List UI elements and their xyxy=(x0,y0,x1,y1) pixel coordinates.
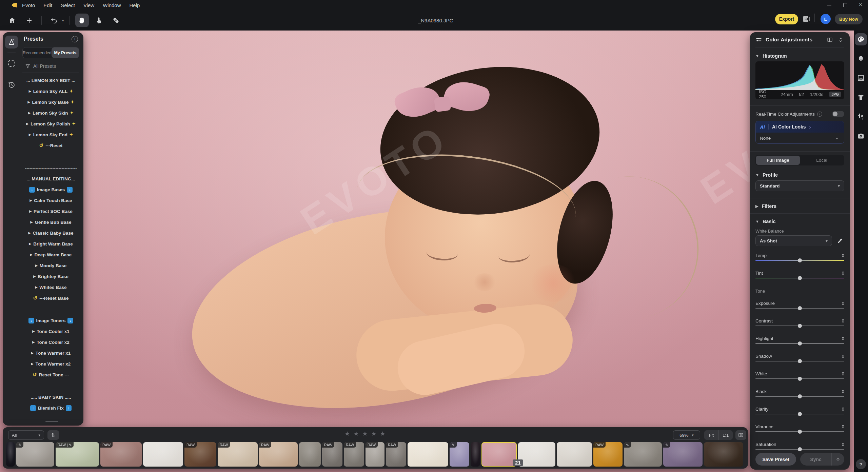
thumbnail[interactable]: 21 xyxy=(518,442,555,467)
add-photos-tool-icon[interactable] xyxy=(22,14,36,27)
adjustments-tab-icon[interactable] xyxy=(5,57,18,70)
export-to-icon[interactable] xyxy=(802,14,812,24)
thumbnail[interactable] xyxy=(6,442,15,467)
photo-canvas[interactable]: EVOTO EVOTO xyxy=(0,31,854,472)
preset-item[interactable]: ▶Tone Warmer x1 xyxy=(22,348,80,358)
preset-item[interactable]: ▶Calm Touch Base xyxy=(22,195,80,206)
star-rating[interactable]: ★★★★★ xyxy=(344,430,386,437)
star-icon[interactable]: ★ xyxy=(380,430,386,437)
filters-section-header[interactable]: ▶ Filters xyxy=(755,202,844,211)
thumbnail[interactable]: RAW xyxy=(386,442,406,467)
preset-item[interactable]: ▶Lemon Sky ALL✦ xyxy=(22,86,80,97)
thumbnail[interactable]: RAW xyxy=(366,442,384,467)
preset-item[interactable]: ▶Deep Warm Base xyxy=(22,249,80,260)
slider-thumb[interactable] xyxy=(798,341,802,346)
star-icon[interactable]: ★ xyxy=(353,430,359,437)
preset-item[interactable]: ▶Classic Baby Base xyxy=(22,228,80,238)
filter-select[interactable]: All ▾ xyxy=(8,430,44,440)
collapse-expand-icon[interactable] xyxy=(837,36,844,43)
thumbnail[interactable]: RAW | ✎ xyxy=(56,442,99,467)
slider-track[interactable] xyxy=(755,276,844,280)
portrait-icon[interactable] xyxy=(855,53,867,65)
thumbnail[interactable]: ✎ xyxy=(450,442,469,467)
slider-thumb[interactable] xyxy=(798,306,802,310)
thumbnail[interactable] xyxy=(143,442,183,467)
camera-icon[interactable] xyxy=(855,130,867,142)
thumbnail[interactable] xyxy=(704,442,743,467)
thumbnail[interactable] xyxy=(557,442,592,467)
all-presets-filter[interactable]: All Presets xyxy=(22,61,80,71)
buy-now-button[interactable]: Buy Now xyxy=(835,14,863,24)
slider-track[interactable] xyxy=(755,394,844,399)
slider-thumb[interactable] xyxy=(798,412,802,416)
star-icon[interactable]: ★ xyxy=(344,430,350,437)
slider-track[interactable] xyxy=(755,323,844,328)
slider-track[interactable] xyxy=(755,376,844,381)
preset-item[interactable]: ▶Lemon Sky Skin✦ xyxy=(22,107,80,118)
slider-track[interactable] xyxy=(755,306,844,311)
thumbnail-selected[interactable] xyxy=(481,442,517,467)
preset-item[interactable]: ▶Whites Base xyxy=(22,282,80,293)
basic-section-header[interactable]: ▼ Basic xyxy=(755,217,844,226)
maximize-icon[interactable] xyxy=(842,2,848,7)
preset-item[interactable]: ↺---Reset xyxy=(22,140,80,151)
close-icon[interactable]: × xyxy=(858,2,863,7)
preset-item[interactable]: ▶Brightey Base xyxy=(22,271,80,282)
thumbnail[interactable] xyxy=(299,442,321,467)
fit-button[interactable]: Fit xyxy=(704,430,718,440)
clothing-icon[interactable] xyxy=(855,91,867,103)
slider-track[interactable] xyxy=(755,359,844,363)
preset-item[interactable]: ▶Bright Warm Base xyxy=(22,238,80,249)
slider-thumb[interactable] xyxy=(798,394,802,398)
undo-tool-icon[interactable] xyxy=(47,14,61,27)
preset-item[interactable]: ▶Lemon Sky Base✦ xyxy=(22,97,80,107)
crop-icon[interactable] xyxy=(855,111,867,123)
panel-layout-icon[interactable] xyxy=(826,36,833,43)
info-icon[interactable]: i xyxy=(817,112,822,117)
slider-thumb[interactable] xyxy=(798,377,802,381)
background-icon[interactable] xyxy=(855,72,867,84)
thumbnail[interactable]: ✎ xyxy=(663,442,703,467)
preset-item[interactable]: ▶Tone Cooler x1 xyxy=(22,326,80,337)
slider-thumb[interactable] xyxy=(798,324,802,328)
panel-resize-handle[interactable] xyxy=(45,421,58,422)
compare-view-icon[interactable] xyxy=(735,430,746,440)
help-button[interactable]: ? xyxy=(856,459,866,469)
export-button[interactable]: Export xyxy=(775,14,798,24)
slider-thumb[interactable] xyxy=(798,359,802,363)
user-avatar[interactable]: L xyxy=(821,14,831,24)
slider-thumb[interactable] xyxy=(798,258,802,262)
slider-thumb[interactable] xyxy=(798,447,802,451)
ai-look-select[interactable]: None ▾ xyxy=(756,133,844,144)
thumbnail[interactable]: ✎ xyxy=(16,442,54,467)
slider-track[interactable] xyxy=(755,258,844,263)
menu-help[interactable]: Help xyxy=(130,2,140,8)
tab-local[interactable]: Local xyxy=(800,156,844,165)
save-preset-button[interactable]: Save Preset xyxy=(755,453,796,466)
thumbnail[interactable]: RAW xyxy=(322,442,342,467)
menu-view[interactable]: View xyxy=(83,2,94,8)
slider-track[interactable] xyxy=(755,412,844,416)
star-icon[interactable]: ★ xyxy=(362,430,368,437)
preset-item[interactable]: ▶Perfect SOC Base xyxy=(22,206,80,217)
slider-thumb[interactable] xyxy=(798,430,802,434)
white-balance-select[interactable]: As Shot ▾ xyxy=(755,235,832,246)
slider-track[interactable] xyxy=(755,429,844,434)
tab-my-presets[interactable]: My Presets xyxy=(52,47,79,58)
sort-button[interactable]: ⇅ xyxy=(47,430,59,440)
thumbnail[interactable]: RAW xyxy=(344,442,364,467)
preset-item[interactable]: ↺Reset Tone --- xyxy=(22,369,80,380)
menu-edit[interactable]: Edit xyxy=(43,2,52,8)
history-tab-icon[interactable] xyxy=(5,78,18,91)
menu-select[interactable]: Select xyxy=(61,2,75,8)
preset-item[interactable]: ▶Tone Warmer x2 xyxy=(22,358,80,369)
menu-evoto[interactable]: Evoto xyxy=(22,2,35,8)
histogram-section-header[interactable]: ▼ Histogram xyxy=(755,52,844,60)
star-icon[interactable]: ★ xyxy=(371,430,376,437)
preset-item[interactable]: ▶Lemon Sky Polish✦ xyxy=(22,118,80,129)
profile-select[interactable]: Standard ▾ xyxy=(755,180,844,191)
home-tool-icon[interactable] xyxy=(5,14,19,27)
eyedropper-icon[interactable] xyxy=(835,236,844,245)
preset-item[interactable]: ↓Image Toners↓ xyxy=(22,315,80,326)
slider-track[interactable] xyxy=(755,341,844,346)
